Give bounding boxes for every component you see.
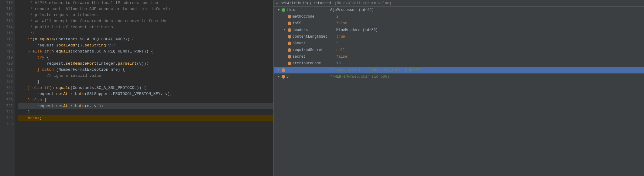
code-line: } else if(n.equals(Constants.SC_A_SSL_PR… [18, 85, 273, 91]
var-type-icon [282, 8, 285, 12]
var-type-icon [288, 42, 291, 45]
var-value: 10 [336, 60, 642, 67]
code-line: } [18, 79, 273, 85]
expand-arrow [283, 48, 286, 52]
code-line: request.localAddr().setString(v); [18, 42, 273, 49]
var-name: contentLengthSet [293, 33, 335, 40]
debug-header: ↩ setAttribute() returned (No explicit r… [274, 0, 644, 7]
var-name: n [286, 67, 329, 73]
var-value: MimeHeaders (id=86) [336, 27, 642, 33]
code-line: */ [18, 30, 273, 36]
line-number: 711 [0, 6, 13, 12]
debug-variable-row[interactable]: v"/WEB-INF/web.xml" (id=605) [274, 73, 644, 80]
code-editor: 7107117127137147157167177187197207217227… [0, 0, 273, 176]
expand-arrow[interactable] [277, 75, 280, 79]
line-number: 717 [0, 42, 13, 49]
var-type-icon [282, 68, 285, 72]
expand-arrow [283, 55, 286, 59]
line-number: 724 [0, 85, 13, 91]
code-line: break; [18, 115, 273, 121]
code-line: * AJP13 misses to forward the local IP a… [18, 0, 273, 6]
expand-arrow[interactable] [277, 68, 280, 72]
var-name: headers [293, 27, 335, 33]
expand-arrow [283, 35, 286, 39]
var-type-icon [288, 55, 291, 59]
debug-variable-row[interactable]: contentLengthSettrue [274, 33, 644, 40]
var-type-icon [288, 28, 291, 32]
line-number: 729 [0, 115, 13, 121]
expand-arrow [283, 22, 286, 25]
debug-variable-row[interactable]: thisAjpProcessor (id=62) [274, 7, 644, 13]
debug-variable-row[interactable]: hCount9 [274, 40, 644, 47]
code-lines: * AJP13 misses to forward the local IP a… [15, 0, 273, 176]
code-line: * We will accept the forwarded data and … [18, 18, 273, 24]
debug-variable-row[interactable]: isSSLfalse [274, 20, 644, 27]
line-number: 726 [0, 97, 13, 103]
return-icon: ↩ [276, 1, 278, 5]
line-number: 719 [0, 55, 13, 61]
var-name: methodCode [293, 13, 335, 20]
line-number: 725 [0, 91, 13, 97]
line-number: 715 [0, 30, 13, 36]
debug-tree: thisAjpProcessor (id=62)methodCode2isSSL… [274, 7, 644, 176]
debug-variable-row[interactable]: n"javax.servlet.include.path_info" (id=6… [274, 67, 644, 73]
var-type-icon [288, 48, 291, 52]
line-number: 716 [0, 36, 13, 42]
var-value: false [336, 53, 642, 60]
expand-arrow [283, 42, 286, 45]
code-line: request.setAttribute(SSLSupport.PROTOCOL… [18, 91, 273, 97]
expand-arrow[interactable] [277, 8, 280, 12]
code-line: * remote port. Allow the AJP connector t… [18, 6, 273, 12]
line-number: 714 [0, 24, 13, 30]
debug-variable-row[interactable]: headersMimeHeaders (id=86) [274, 27, 644, 33]
line-number: 710 [0, 0, 13, 6]
debug-method-name: setAttribute() returned [281, 1, 331, 5]
line-numbers: 7107117127137147157167177187197207217227… [0, 0, 15, 176]
code-line [18, 121, 273, 127]
line-number: 727 [0, 103, 13, 109]
line-number: 713 [0, 18, 13, 24]
line-number: 721 [0, 67, 13, 73]
debug-return-value: (No explicit return value) [334, 1, 391, 5]
debug-variable-row[interactable]: attributeCode10 [274, 60, 644, 67]
code-line: * public list of request attributes. [18, 24, 273, 30]
line-number: 718 [0, 49, 13, 55]
expand-arrow[interactable] [283, 28, 286, 32]
var-name: attributeCode [293, 60, 335, 67]
var-value: 2 [336, 13, 642, 20]
code-line: } else { [18, 97, 273, 103]
line-number: 730 [0, 121, 13, 127]
code-line: // Ignore invalid value [18, 73, 273, 79]
var-value: false [336, 20, 642, 27]
code-line: if(n.equals(Constants.SC_A_REQ_LOCAL_ADD… [18, 36, 273, 42]
var-name: requiredSecret [293, 47, 335, 53]
debug-variable-row[interactable]: methodCode2 [274, 13, 644, 20]
var-type-icon [282, 75, 285, 79]
debug-variable-row[interactable]: secretfalse [274, 53, 644, 60]
var-name: v [286, 73, 329, 80]
debug-panel: ↩ setAttribute() returned (No explicit r… [273, 0, 644, 176]
var-value: AjpProcessor (id=62) [330, 7, 642, 13]
var-value: 9 [336, 40, 642, 47]
var-name: hCount [293, 40, 335, 47]
code-line: } else if(n.equals(Constants.SC_A_REQ_RE… [18, 49, 273, 55]
var-value: null [336, 47, 642, 53]
line-number: 723 [0, 79, 13, 85]
var-value: true [336, 33, 642, 40]
var-name: this [286, 7, 329, 13]
line-number: 728 [0, 109, 13, 115]
var-type-icon [288, 62, 291, 65]
var-value: "/WEB-INF/web.xml" (id=605) [330, 73, 642, 80]
debug-variable-row[interactable]: requiredSecretnull [274, 47, 644, 53]
expand-arrow [283, 15, 286, 19]
code-line: request.setRemotePort(Integer.parseInt(v… [18, 61, 273, 67]
line-number: 722 [0, 73, 13, 79]
code-line: request.setAttribute(n, v ); [18, 103, 273, 109]
code-line: } catch (NumberFormatException nfe) { [18, 67, 273, 73]
code-line: * private request attributes. [18, 12, 273, 18]
line-number: 712 [0, 12, 13, 18]
var-type-icon [288, 15, 291, 19]
var-type-icon [288, 22, 291, 25]
var-name: secret [293, 53, 335, 60]
expand-arrow [283, 62, 286, 65]
